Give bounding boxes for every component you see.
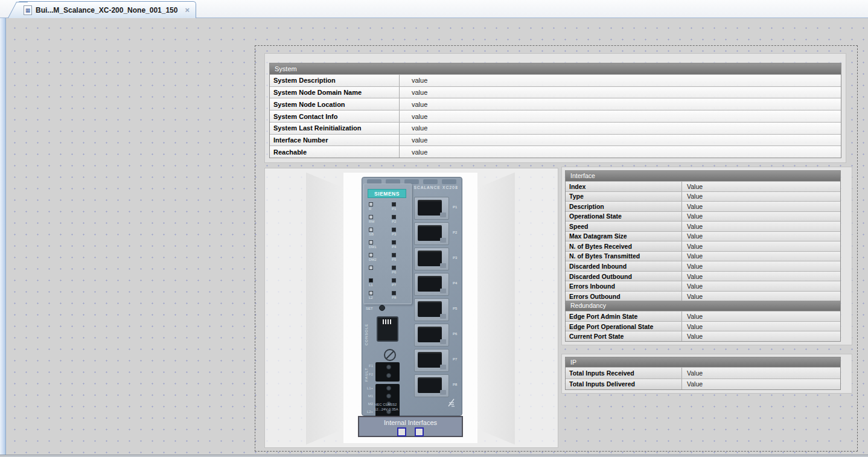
vent-slot [423,179,438,184]
row-value: Value [682,281,840,291]
design-canvas[interactable]: System System Description value System N… [6,18,868,455]
table-row: N. of Bytes Transmitted Value [566,251,840,261]
device-model-label: SCALANCE XC208 [413,185,458,190]
table-row: Speed Value [566,221,840,231]
row-value: Value [682,312,840,321]
system-table[interactable]: System System Description value System N… [269,63,841,158]
port-led [392,253,396,257]
row-label: Edge Port Operational State [566,322,682,331]
row-value: Value [682,368,840,379]
table-row: Total Inputs Delivered Value [566,379,840,390]
row-label: System Node Domain Name [270,87,400,98]
power-rating-line1: NEC CLASS2 [374,403,397,406]
terminal-label: L2+ [363,410,373,414]
status-led [369,291,373,295]
row-value: Value [682,331,840,341]
table-row: Type Value [566,191,840,202]
rj45-port [414,222,449,245]
internal-interface-port[interactable] [397,427,406,436]
row-label: Discarded Inbound [566,261,682,271]
row-label: System Node Location [270,98,400,110]
row-value: value [400,135,841,146]
terminal-label: F1 [363,364,373,368]
tab-close-icon[interactable]: × [185,5,190,14]
port-label: P3 [453,256,462,260]
port-label: P5 [453,307,462,310]
status-led [369,266,373,270]
row-label: Reachable [270,146,400,158]
row-value: Value [682,192,840,202]
row-value: value [400,87,841,98]
terminal-label: M1 [363,394,373,398]
led-label: P2 [392,220,405,224]
row-label: Total Inputs Delivered [566,379,682,390]
row-value: value [400,75,841,86]
document-window: ▦ Bui...M_Scalance_XC-200_None_001_150 ×… [0,0,868,457]
port-led [392,240,396,244]
port-label: P6 [453,332,462,336]
ip-panel[interactable]: IP Total Inputs Received Value Total Inp… [561,354,852,394]
ground-symbol-icon [447,397,456,408]
led-label: P8 [392,296,405,300]
port-led [392,291,396,295]
led-label: P6 [392,270,405,275]
internal-interface-port[interactable] [415,427,424,436]
table-row: Discarded Inbound Value [566,261,840,271]
status-led [369,228,373,232]
row-label: System Contact Info [270,110,400,122]
tab-bar: ▦ Bui...M_Scalance_XC-200_None_001_150 × [0,0,868,18]
table-row: System Node Domain Name value [270,86,841,98]
document-tab[interactable]: ▦ Bui...M_Scalance_XC-200_None_001_150 × [18,1,196,18]
terminal-label: F2 [363,372,373,376]
backdrop-left-wall [306,170,343,447]
row-value: Value [682,212,840,222]
system-panel[interactable]: System System Description value System N… [264,53,846,163]
internal-interfaces-bar: Internal Interfaces [358,416,463,437]
set-button-label: SET [366,307,373,310]
port-led [392,202,396,206]
ip-table[interactable]: IP Total Inputs Received Value Total Inp… [565,357,841,390]
table-row: Errors Inbound Value [566,281,840,291]
console-label: CONSOLE [365,315,368,345]
device-panel[interactable]: SCALANCE XC208 SIEMENS R P1 RM P2 [264,168,558,448]
rj45-port [414,349,449,372]
led-module: SIEMENS R P1 RM P2 SB [363,184,412,304]
led-label: P4 [392,245,405,249]
table-row: N. of Bytes Received Value [566,241,840,251]
row-value: value [400,123,841,134]
window-left-frame [0,18,6,455]
rj45-port [414,273,449,296]
port-label: P2 [453,231,462,234]
led-label: SB [369,232,382,237]
led-label: L2 [369,296,382,300]
table-row: Edge Port Operational State Value [566,321,840,331]
table-row: Current Port State Value [566,331,840,341]
table-row: Total Inputs Received Value [566,367,840,379]
device-image[interactable]: SCALANCE XC208 SIEMENS R P1 RM P2 [343,173,477,443]
led-label: P7 [392,283,405,287]
led-label: P1 [392,207,405,211]
set-button [379,305,385,311]
row-label: Type [566,192,682,202]
row-value: value [400,110,841,122]
power-terminal-block [375,384,400,418]
row-label: Errors Outbound [566,292,682,301]
interface-table-header: Interface [566,171,840,181]
port-led [392,278,396,283]
rj45-port [414,197,449,220]
led-label: R [369,207,382,211]
row-label: Interface Number [270,135,400,146]
interface-table[interactable]: Interface Index Value Type Value Descrip… [565,170,841,342]
led-label: P5 [392,258,405,262]
table-row: System Node Location value [270,98,841,110]
row-label: Description [566,202,682,211]
led-label: L1 [369,283,382,287]
interface-panel[interactable]: Interface Index Value Type Value Descrip… [561,167,852,345]
redundancy-table-header: Redundancy [566,301,840,311]
row-label: Edge Port Admin State [566,312,682,321]
terminal-label: L1+ [363,386,373,390]
prohibition-icon [383,348,397,362]
row-value: Value [682,261,840,271]
port-label: P8 [453,383,462,386]
table-row: Description Value [566,201,840,211]
